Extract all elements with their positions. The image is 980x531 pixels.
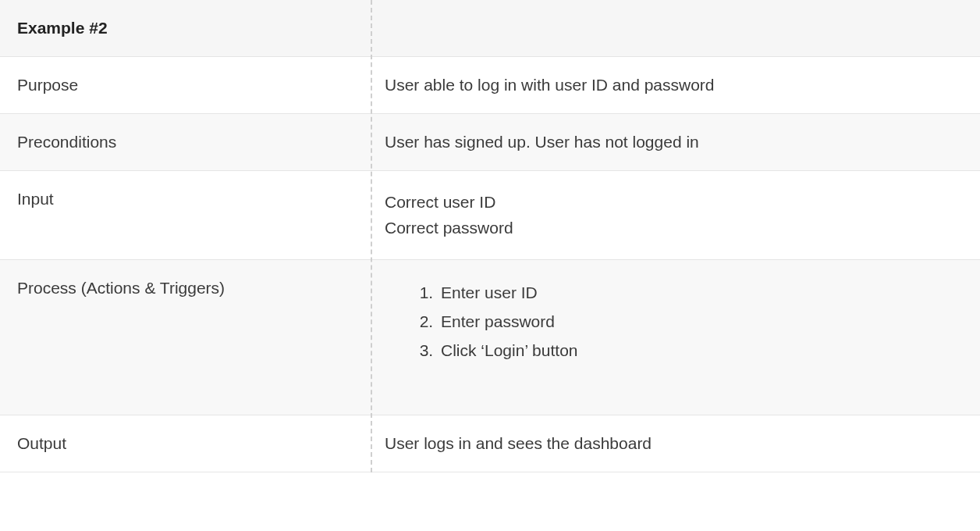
row-preconditions: Preconditions User has signed up. User h… bbox=[0, 114, 980, 171]
input-line-1: Correct user ID bbox=[385, 190, 966, 216]
label-input: Input bbox=[0, 171, 371, 259]
value-preconditions: User has signed up. User has not logged … bbox=[371, 114, 980, 170]
header-row: Example #2 bbox=[0, 0, 980, 57]
label-preconditions: Preconditions bbox=[0, 114, 371, 170]
process-list: Enter user ID Enter password Click ‘Logi… bbox=[385, 279, 966, 365]
label-output: Output bbox=[0, 415, 371, 472]
value-purpose: User able to log in with user ID and pas… bbox=[371, 57, 980, 113]
value-process: Enter user ID Enter password Click ‘Logi… bbox=[371, 260, 980, 415]
input-line-2: Correct password bbox=[385, 216, 966, 241]
label-process: Process (Actions & Triggers) bbox=[0, 260, 371, 415]
row-output: Output User logs in and sees the dashboa… bbox=[0, 415, 980, 472]
row-input: Input Correct user ID Correct password bbox=[0, 171, 980, 260]
row-process: Process (Actions & Triggers) Enter user … bbox=[0, 260, 980, 415]
value-output: User logs in and sees the dashboard bbox=[371, 415, 980, 472]
example-table: Example #2 Purpose User able to log in w… bbox=[0, 0, 980, 472]
value-input: Correct user ID Correct password bbox=[371, 171, 980, 259]
process-step-2: Enter password bbox=[438, 308, 966, 337]
label-purpose: Purpose bbox=[0, 57, 371, 113]
row-purpose: Purpose User able to log in with user ID… bbox=[0, 57, 980, 114]
process-step-3: Click ‘Login’ button bbox=[438, 337, 966, 365]
header-empty bbox=[371, 0, 980, 56]
process-step-1: Enter user ID bbox=[438, 279, 966, 308]
header-title: Example #2 bbox=[0, 0, 371, 56]
column-divider bbox=[371, 0, 372, 472]
